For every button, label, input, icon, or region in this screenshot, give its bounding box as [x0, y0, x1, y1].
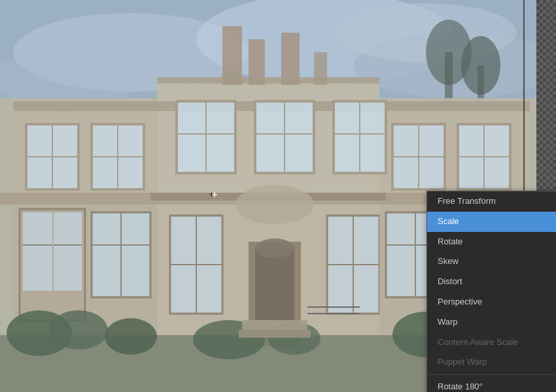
- menu-item-free-transform[interactable]: Free Transform: [427, 191, 556, 212]
- menu-item-rotate[interactable]: Rotate: [427, 232, 556, 252]
- menu-item-puppet-warp: Puppet Warp: [427, 352, 556, 372]
- menu-item-perspective[interactable]: Perspective: [427, 292, 556, 312]
- menu-separator: [427, 374, 556, 375]
- menu-item-skew[interactable]: Skew: [427, 252, 556, 272]
- menu-item-content-aware-scale: Content-Aware Scale: [427, 333, 556, 353]
- canvas-area: + Free TransformScaleRotateSkewDistortPe…: [0, 0, 556, 392]
- menu-item-warp[interactable]: Warp: [427, 312, 556, 333]
- menu-item-distort[interactable]: Distort: [427, 272, 556, 292]
- context-menu: Free TransformScaleRotateSkewDistortPers…: [426, 191, 556, 392]
- menu-item-scale[interactable]: Scale: [427, 212, 556, 232]
- menu-item-rotate-180[interactable]: Rotate 180°: [427, 377, 556, 392]
